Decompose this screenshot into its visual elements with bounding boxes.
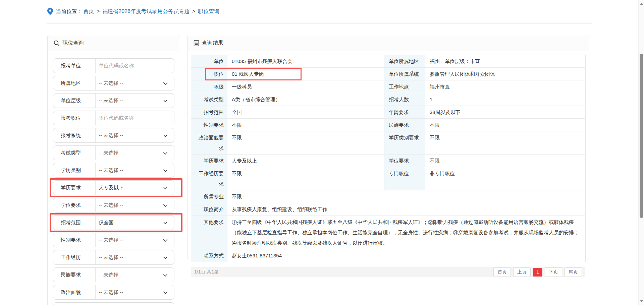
field-label-cell: 招考人数 bbox=[384, 93, 425, 106]
filter-select-value[interactable]: -- 未选择 -- bbox=[95, 250, 174, 264]
filter-select-value[interactable]: -- 未选择 -- bbox=[95, 76, 174, 90]
field-value-cell: 1 bbox=[425, 93, 586, 106]
filter-select-value[interactable]: -- 未选择 -- bbox=[95, 128, 174, 142]
breadcrumb-link-current[interactable]: 职位查询 bbox=[198, 8, 219, 15]
scrollbar-thumb[interactable] bbox=[640, 54, 643, 218]
result-table-body: 单位01035 福州市残疾人联合会单位所属地区福州 单位层级：市直职位01 残疾… bbox=[191, 55, 586, 262]
table-row: 考试类型A类（省市综合管理）招考人数1 bbox=[191, 93, 586, 106]
filter-select-value[interactable]: -- 未选择 -- bbox=[95, 94, 174, 108]
field-label-cell: 学历要求 bbox=[191, 155, 227, 167]
pager-button[interactable]: 下页 bbox=[545, 267, 562, 277]
filter-text-input[interactable]: 单位代码或名称 bbox=[95, 59, 174, 73]
field-label-cell: 其他要求 bbox=[191, 216, 227, 249]
filter-select-value[interactable]: -- 未选择 -- bbox=[95, 268, 174, 282]
breadcrumb-label: 当前位置： bbox=[56, 8, 83, 15]
field-label-cell: 年龄要求 bbox=[384, 106, 425, 119]
table-row: 其他要求①持三至四级《中华人民共和国残疾人证》或五至八级《中华人民共和国残疾军人… bbox=[191, 216, 586, 249]
field-label-cell: 单位所属系统 bbox=[384, 68, 425, 80]
search-icon bbox=[54, 40, 60, 46]
table-row: 性别要求不限民族要求不限 bbox=[191, 119, 586, 131]
filter-row-partial[interactable] bbox=[53, 302, 174, 305]
chevron-down-icon bbox=[163, 168, 168, 173]
field-label-cell: 单位 bbox=[191, 55, 227, 68]
field-value-cell: 不限 bbox=[227, 190, 586, 203]
filter-select-value[interactable]: 仅全国 bbox=[95, 216, 174, 230]
breadcrumb: 当前位置： 首页 > 福建省2026年度考试录用公务员专题 > 职位查询 bbox=[47, 6, 220, 17]
filter-label: 所属地区 bbox=[53, 80, 95, 86]
chevron-down-icon bbox=[163, 150, 168, 156]
pagination-bar: 1/1页 共1条 首页上页1下页尾页 bbox=[191, 267, 585, 277]
table-row: 招考范围全国年龄要求38周岁及以下 bbox=[191, 106, 586, 119]
field-label-cell: 工作经历要求 bbox=[191, 167, 227, 190]
field-value-cell: ①持三至四级《中华人民共和国残疾人证》或五至八级《中华人民共和国残疾军人证》；②… bbox=[227, 216, 586, 249]
field-label-cell: 职位简介 bbox=[191, 203, 227, 216]
pager-buttons: 首页上页1下页尾页 bbox=[491, 267, 582, 277]
filter-select-value[interactable]: -- 未选择 -- bbox=[95, 233, 174, 247]
filter-select-row[interactable]: 政治面貌-- 未选择 -- bbox=[53, 285, 174, 300]
filter-select-row[interactable]: 所属地区-- 未选择 -- bbox=[53, 76, 174, 90]
chevron-down-icon bbox=[163, 133, 168, 138]
filter-select-row[interactable]: 考试类型-- 未选择 -- bbox=[53, 145, 174, 160]
search-panel-header: 职位查询 bbox=[48, 35, 180, 51]
filter-select-row[interactable]: 性别要求-- 未选择 -- bbox=[53, 233, 174, 247]
filter-select-row[interactable]: 民族要求-- 未选择 -- bbox=[53, 267, 174, 282]
filter-input-row[interactable]: 报考职位职位代码或名称 bbox=[53, 111, 174, 125]
scroll-up-arrow-icon[interactable] bbox=[640, 3, 643, 5]
filter-select-row[interactable]: 报考系统-- 未选择 -- bbox=[53, 128, 174, 143]
table-row: 职位01 残疾人专岗单位所属系统参照管理人民团体和群众团体 bbox=[191, 68, 586, 80]
pager-button[interactable]: 上页 bbox=[513, 267, 531, 277]
filter-label: 考试类型 bbox=[53, 150, 95, 156]
field-label-cell: 工作地点 bbox=[384, 80, 425, 93]
results-body: 单位01035 福州市残疾人联合会单位所属地区福州 单位层级：市直职位01 残疾… bbox=[187, 51, 589, 281]
filter-label: 学历类别 bbox=[53, 167, 95, 174]
filter-select-value[interactable]: -- 未选择 -- bbox=[95, 285, 174, 299]
pager-button-current-page[interactable]: 1 bbox=[533, 268, 542, 277]
table-row: 所需专业不限 bbox=[191, 190, 586, 203]
filter-select-row[interactable]: 学位要求-- 未选择 -- bbox=[53, 198, 174, 212]
filter-label: 报考系统 bbox=[53, 132, 95, 139]
filter-select-row[interactable]: 学历要求大专及以下 bbox=[53, 180, 174, 195]
chevron-down-icon bbox=[163, 255, 168, 260]
header-divider bbox=[47, 23, 592, 24]
pager-button[interactable]: 尾页 bbox=[565, 267, 582, 277]
breadcrumb-link-special[interactable]: 福建省2026年度考试录用公务员专题 bbox=[102, 8, 190, 15]
field-value-cell: 全国 bbox=[227, 106, 384, 119]
chevron-down-icon bbox=[163, 203, 168, 208]
filter-input-row[interactable]: 报考单位单位代码或名称 bbox=[53, 58, 174, 73]
filter-select-value[interactable]: -- 未选择 -- bbox=[95, 146, 174, 160]
filter-select-row[interactable]: 单位层级-- 未选择 -- bbox=[53, 93, 174, 108]
breadcrumb-separator: > bbox=[97, 8, 100, 14]
filter-select-value[interactable]: 大专及以下 bbox=[95, 181, 174, 195]
filter-label: 学位要求 bbox=[53, 202, 95, 208]
filter-label: 政治面貌 bbox=[53, 289, 95, 296]
results-panel-header: 查询结果 bbox=[187, 35, 589, 51]
filter-select-row[interactable]: 工作经历-- 未选择 -- bbox=[53, 250, 174, 265]
job-search-panel: 职位查询 报考单位单位代码或名称所属地区-- 未选择 --单位层级-- 未选择 … bbox=[47, 35, 180, 305]
field-label-cell: 考试类型 bbox=[191, 93, 227, 106]
filter-label: 民族要求 bbox=[53, 272, 95, 278]
field-label-cell: 学历类别要求 bbox=[384, 131, 425, 155]
field-label-cell: 联系方式 bbox=[191, 249, 227, 262]
results-panel-title: 查询结果 bbox=[202, 40, 223, 47]
filter-label: 报考单位 bbox=[53, 63, 95, 69]
field-value-cell: 01035 福州市残疾人联合会 bbox=[227, 55, 384, 68]
filter-select-row[interactable]: 学历类别-- 未选择 -- bbox=[53, 163, 174, 178]
filter-label: 报考职位 bbox=[53, 115, 95, 121]
field-label-cell: 民族要求 bbox=[384, 119, 425, 131]
field-value-cell: 福州市直 bbox=[425, 80, 586, 93]
field-label-cell: 专门职位 bbox=[384, 167, 425, 190]
field-value-cell: 一级科员 bbox=[227, 80, 384, 93]
filter-select-row[interactable]: 招考范围仅全国 bbox=[53, 215, 174, 230]
table-row: 单位01035 福州市残疾人联合会单位所属地区福州 单位层级：市直 bbox=[191, 55, 586, 68]
chevron-down-icon bbox=[163, 290, 168, 295]
chevron-down-icon bbox=[163, 272, 168, 278]
field-label-cell: 职位 bbox=[191, 68, 227, 80]
scroll-down-arrow-icon[interactable] bbox=[640, 300, 643, 302]
filter-select-value[interactable]: -- 未选择 -- bbox=[95, 198, 174, 212]
scrollbar[interactable] bbox=[638, 0, 644, 305]
filter-select-value[interactable]: -- 未选择 -- bbox=[95, 163, 174, 177]
pager-button[interactable]: 首页 bbox=[493, 267, 511, 277]
breadcrumb-link-home[interactable]: 首页 bbox=[83, 8, 94, 15]
filter-text-input[interactable]: 职位代码或名称 bbox=[95, 111, 174, 125]
chevron-down-icon bbox=[163, 185, 168, 191]
